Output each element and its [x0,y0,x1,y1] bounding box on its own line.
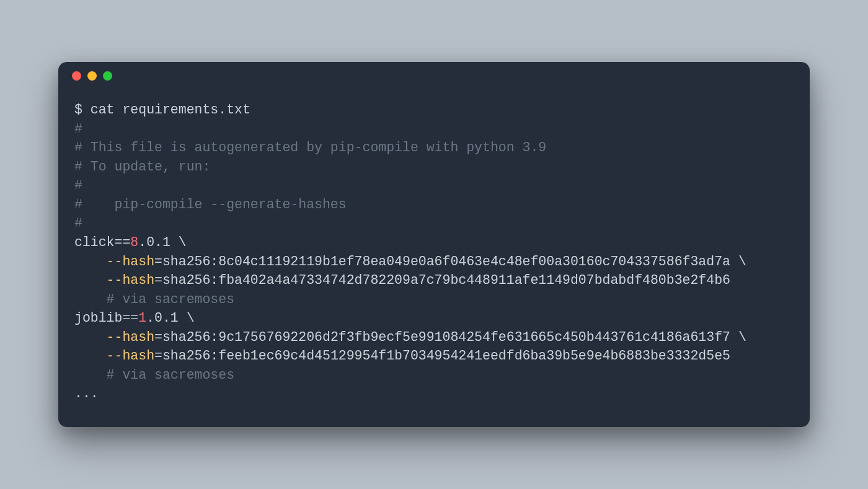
minimize-icon[interactable] [87,71,97,81]
indent [74,368,107,382]
terminal-window: $ cat requirements.txt # # This file is … [58,62,810,426]
flag-dashes: -- [107,330,123,345]
hash-flag: hash [122,348,154,363]
flag-dashes: -- [107,348,123,363]
indent [74,254,107,269]
indent [74,330,107,345]
hash-value: =sha256:feeb1ec69c4d45129954f1b703495424… [154,348,730,363]
comment-line: # pip-compile --generate-hashes [74,197,347,212]
terminal-body[interactable]: $ cat requirements.txt # # This file is … [58,89,810,426]
hash-flag: hash [122,273,154,288]
hash-value: =sha256:8c04c11192119b1ef78ea049e0a6f046… [154,254,738,269]
hash-value: =sha256:9c17567692206d2f3fb9ecf5e9910842… [154,330,738,345]
package-name: joblib== [74,311,138,325]
line-continuation: \ [187,311,195,325]
version-major: 8 [130,235,138,250]
line-continuation: \ [179,235,187,250]
comment-line: # This file is autogenerated by pip-comp… [74,140,546,155]
indent [74,292,107,307]
command-text: cat requirements.txt [91,102,250,117]
comment-via: # via sacremoses [107,292,234,307]
comment-line: # [74,216,82,231]
comment-line: # [74,121,82,136]
package-name: click== [74,235,130,250]
indent [74,273,107,288]
maximize-icon[interactable] [103,71,112,81]
line-continuation: \ [738,254,746,269]
version-rest: .0.1 [138,235,179,250]
hash-flag: hash [122,330,154,345]
comment-line: # To update, run: [74,159,210,174]
version-major: 1 [138,311,146,325]
close-icon[interactable] [72,71,81,81]
prompt-symbol: $ [74,102,91,117]
comment-line: # [74,178,82,193]
window-titlebar [58,62,810,89]
version-rest: .0.1 [146,311,187,325]
line-continuation: \ [738,330,746,345]
hash-value: =sha256:fba402a4a47334742d782209a7c79bc4… [154,273,730,288]
comment-via: # via sacremoses [107,368,234,382]
ellipsis: ... [74,386,99,401]
flag-dashes: -- [107,254,123,269]
hash-flag: hash [122,254,154,269]
indent [74,348,107,363]
flag-dashes: -- [107,273,123,288]
